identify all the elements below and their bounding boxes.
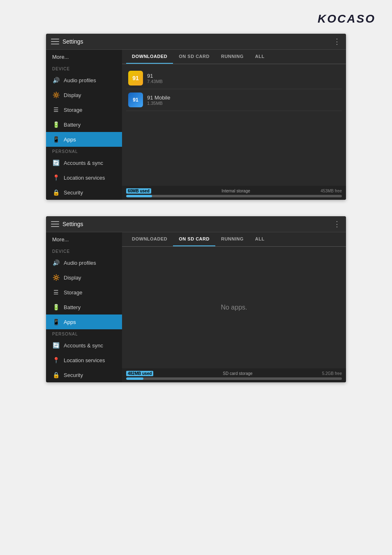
apps-icon-1: 📱	[52, 136, 60, 143]
app-info-91: 91 7.43MB	[147, 73, 163, 84]
app-size-91: 7.43MB	[147, 79, 163, 84]
sidebar-security-label-2: Security	[64, 372, 83, 378]
tab-bar-1: DOWNLOADED ON SD CARD RUNNING ALL	[122, 50, 346, 64]
location-icon-1: 📍	[52, 174, 60, 181]
audio-icon-2: 🔊	[52, 259, 60, 266]
sidebar-item-display-1[interactable]: 🔆 Display	[46, 88, 122, 102]
screenshot-2: Settings ⋮ More... DEVICE 🔊 Audio profil…	[46, 216, 346, 382]
sidebar-accounts-label-1: Accounts & sync	[64, 160, 103, 166]
tab-running-1[interactable]: RUNNING	[215, 50, 249, 64]
sidebar-storage-label-2: Storage	[64, 289, 83, 296]
battery-icon-2: 🔋	[52, 303, 60, 311]
storage-bar-container-1: 60MB used Internal storage 453MB free	[122, 186, 346, 200]
apps-icon-2: 📱	[52, 318, 60, 326]
menu-button-2[interactable]: ⋮	[333, 220, 341, 229]
sidebar-item-battery-1[interactable]: 🔋 Battery	[46, 117, 122, 132]
apps-area-1: 91 91 7.43MB 91 91 Mobile 1.35MB	[122, 64, 346, 186]
app-size-91mobile: 1.35MB	[147, 101, 170, 106]
storage-free-2: 5.2GB free	[322, 371, 342, 376]
settings-content-1: More... DEVICE 🔊 Audio profiles 🔆 Displa…	[46, 50, 346, 200]
no-apps-area: No apps.	[122, 247, 346, 368]
content-panel-2: DOWNLOADED ON SD CARD RUNNING ALL No app…	[122, 232, 346, 382]
app-item-91[interactable]: 91 91 7.43MB	[126, 67, 342, 89]
sidebar-personal-label-2: PERSONAL	[46, 329, 122, 338]
accounts-icon-2: 🔄	[52, 342, 60, 349]
sidebar-location-label-1: Location services	[64, 175, 105, 181]
app-item-91mobile[interactable]: 91 91 Mobile 1.35MB	[126, 89, 342, 111]
sidebar-apps-label-1: Apps	[64, 136, 76, 143]
sidebar-item-accounts-2[interactable]: 🔄 Accounts & sync	[46, 338, 122, 353]
storage-used-2: 482MB used	[126, 371, 153, 376]
settings-title-2: Settings	[62, 221, 83, 227]
settings-topbar-1: Settings ⋮	[46, 34, 346, 50]
sidebar-accounts-label-2: Accounts & sync	[64, 342, 103, 349]
storage-bar-1	[126, 195, 342, 197]
sidebar-item-security-1[interactable]: 🔒 Security	[46, 185, 122, 200]
sidebar-battery-label-1: Battery	[64, 122, 81, 128]
tab-on-sd-card-2[interactable]: ON SD CARD	[173, 232, 215, 246]
sidebar-more-1[interactable]: More...	[46, 50, 122, 64]
storage-label-row-2: 482MB used SD card storage 5.2GB free	[126, 371, 342, 376]
location-icon-2: 📍	[52, 356, 60, 364]
sidebar-device-label-1: DEVICE	[46, 64, 122, 73]
sidebar-item-audio-1[interactable]: 🔊 Audio profiles	[46, 73, 122, 88]
sidebar-2: More... DEVICE 🔊 Audio profiles 🔆 Displa…	[46, 232, 122, 382]
settings-icon	[51, 39, 59, 44]
battery-icon-1: 🔋	[52, 121, 60, 128]
tab-running-2[interactable]: RUNNING	[215, 232, 249, 246]
storage-label-2: SD card storage	[223, 371, 252, 376]
sidebar-1: More... DEVICE 🔊 Audio profiles 🔆 Displa…	[46, 50, 122, 200]
sidebar-item-apps-2[interactable]: 📱 Apps	[46, 314, 122, 329]
sidebar-item-location-1[interactable]: 📍 Location services	[46, 170, 122, 185]
brand-name: KOCASO	[318, 12, 376, 25]
storage-label-row-1: 60MB used Internal storage 453MB free	[126, 188, 342, 194]
sidebar-more-2[interactable]: More...	[46, 232, 122, 247]
sidebar-item-display-2[interactable]: 🔆 Display	[46, 270, 122, 285]
no-apps-text: No apps.	[221, 304, 247, 311]
sidebar-item-audio-2[interactable]: 🔊 Audio profiles	[46, 255, 122, 270]
sidebar-device-label-2: DEVICE	[46, 247, 122, 255]
settings-icon-2	[51, 221, 59, 227]
sidebar-audio-label-1: Audio profiles	[64, 77, 96, 83]
topbar-left-2: Settings	[51, 221, 83, 227]
page-wrapper: KOCASO Settings ⋮ More... DEVICE 🔊 Audio…	[0, 0, 392, 407]
tab-on-sd-card-1[interactable]: ON SD CARD	[173, 50, 215, 64]
sidebar-location-label-2: Location services	[64, 357, 105, 363]
sidebar-display-label-1: Display	[64, 92, 81, 98]
sidebar-item-storage-1[interactable]: ☰ Storage	[46, 102, 122, 117]
storage-used-1: 60MB used	[126, 188, 151, 194]
brand-header: KOCASO	[0, 8, 392, 34]
settings-content-2: More... DEVICE 🔊 Audio profiles 🔆 Displa…	[46, 232, 346, 382]
storage-icon-1: ☰	[52, 106, 60, 113]
storage-bar-container-2: 482MB used SD card storage 5.2GB free	[122, 368, 346, 382]
storage-bar-2	[126, 377, 342, 380]
sidebar-apps-label-2: Apps	[64, 319, 76, 325]
topbar-left: Settings	[51, 38, 83, 45]
tab-all-1[interactable]: ALL	[249, 50, 270, 64]
screenshot-1: Settings ⋮ More... DEVICE 🔊 Audio profil…	[46, 34, 346, 200]
settings-topbar-2: Settings ⋮	[46, 216, 346, 232]
security-icon-1: 🔒	[52, 189, 60, 196]
menu-button-1[interactable]: ⋮	[333, 37, 341, 46]
tab-all-2[interactable]: ALL	[249, 232, 270, 246]
storage-bar-fill-1	[126, 195, 152, 197]
sidebar-item-battery-2[interactable]: 🔋 Battery	[46, 300, 122, 314]
storage-icon-2: ☰	[52, 289, 60, 296]
content-panel-1: DOWNLOADED ON SD CARD RUNNING ALL 91 91 …	[122, 50, 346, 200]
sidebar-item-storage-2[interactable]: ☰ Storage	[46, 285, 122, 300]
security-icon-2: 🔒	[52, 371, 60, 379]
tab-downloaded-2[interactable]: DOWNLOADED	[126, 232, 173, 246]
app-info-91mobile: 91 Mobile 1.35MB	[147, 95, 170, 106]
tab-downloaded-1[interactable]: DOWNLOADED	[126, 50, 173, 64]
app-icon-91: 91	[128, 71, 143, 86]
sidebar-battery-label-2: Battery	[64, 304, 81, 310]
sidebar-item-security-2[interactable]: 🔒 Security	[46, 368, 122, 382]
app-name-91: 91	[147, 73, 163, 79]
app-icon-91mobile: 91	[128, 92, 143, 107]
sidebar-item-accounts-1[interactable]: 🔄 Accounts & sync	[46, 155, 122, 170]
sidebar-item-location-2[interactable]: 📍 Location services	[46, 353, 122, 368]
storage-free-1: 453MB free	[321, 189, 342, 193]
sidebar-item-apps-1[interactable]: 📱 Apps	[46, 132, 122, 147]
settings-title-1: Settings	[62, 38, 83, 45]
tab-bar-2: DOWNLOADED ON SD CARD RUNNING ALL	[122, 232, 346, 247]
